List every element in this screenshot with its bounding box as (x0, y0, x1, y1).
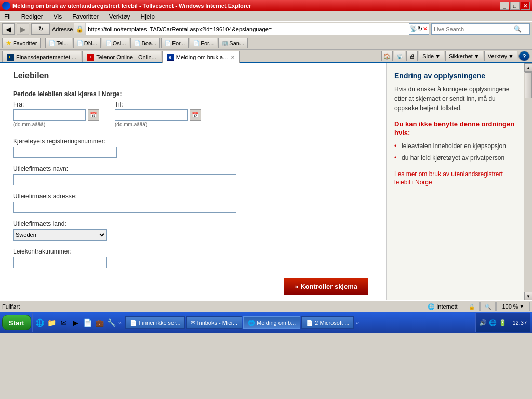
ql-mail-icon[interactable]: ✉ (59, 317, 69, 328)
fav-dn[interactable]: 📄 DN... (73, 38, 101, 48)
scrollbar[interactable]: ▲ ▼ (524, 63, 532, 300)
tab-0[interactable]: F Finansdepartementet ... (2, 51, 81, 62)
address-label-text: Adresse (52, 26, 73, 32)
fav-divider (43, 38, 43, 48)
print-button[interactable]: 🖨 (406, 51, 418, 61)
ql-folder-icon[interactable]: 📁 (47, 317, 57, 328)
taskbar: Start 🌐 📁 ✉ ▶ 📄 💼 🔧 » 📄 Finner ikke ser.… (0, 312, 532, 333)
menu-favoritter[interactable]: Favoritter (70, 12, 101, 21)
reg-input[interactable] (13, 147, 117, 158)
taskbar-btn-1[interactable]: ✉ Innboks - Micr... (186, 316, 242, 329)
tab-1[interactable]: T Telenor Online - Onlin... (82, 51, 161, 62)
tab-label-0: Finansdepartementet ... (16, 54, 76, 60)
fav-boa[interactable]: 📄 Boa... (130, 38, 160, 48)
search-button[interactable]: 🔍 (512, 25, 523, 33)
tab-close-2[interactable]: ✕ (231, 55, 235, 60)
tools-menu[interactable]: Verktøy ▼ (484, 51, 517, 61)
close-button[interactable]: ✕ (521, 2, 530, 10)
stop-icon[interactable]: ✕ (423, 25, 428, 32)
tab-label-2: Melding om bruk a... (176, 54, 228, 60)
page-menu[interactable]: Side ▼ (419, 51, 444, 61)
fav-san[interactable]: 🏢 San... (218, 38, 248, 48)
status-zoom[interactable]: 100 % ▼ (496, 302, 530, 311)
fav-label-dn: DN... (84, 40, 97, 46)
scroll-thumb[interactable] (525, 72, 532, 98)
contract-label: Leiekontraktnummer: (13, 248, 373, 255)
fav-icon-1: 📄 (77, 40, 83, 46)
fav-osl[interactable]: 📄 Osl... (102, 38, 130, 48)
favorites-button[interactable]: ★ Favoritter (2, 38, 41, 48)
back-button[interactable]: ◀ (2, 23, 15, 35)
period-group: Periode leiebilen skal kjøres i Norge: F… (13, 90, 373, 127)
ssl-lock-icon: 🔒 (74, 23, 86, 35)
contract-input[interactable] (13, 257, 107, 268)
menu-vis[interactable]: Vis (51, 12, 64, 21)
fav-label-san: San... (229, 40, 244, 46)
tab-favicon-1: T (87, 54, 94, 61)
help-button[interactable]: ? (518, 51, 530, 61)
fav-icon-5: 📄 (193, 40, 200, 46)
home-button[interactable]: 🏠 (381, 51, 393, 61)
clock[interactable]: 12:37 (509, 320, 527, 326)
scroll-track[interactable] (524, 72, 532, 292)
tray-icon-1: 🌐 (489, 319, 497, 326)
reg-group: Kjøretøyets registreringsnummer: (13, 138, 373, 158)
content-area: Leiebilen Periode leiebilen skal kjøres … (0, 63, 386, 300)
tab-2[interactable]: e Melding om bruk a... ✕ (162, 51, 240, 63)
from-label: Fra: (13, 101, 99, 108)
from-date-input[interactable] (13, 109, 86, 121)
menu-rediger[interactable]: Rediger (19, 12, 45, 21)
search-input[interactable] (432, 25, 512, 33)
ql-ie-icon[interactable]: 🌐 (35, 317, 45, 328)
reg-label: Kjøretøyets registreringsnummer: (13, 138, 373, 145)
start-button[interactable]: Start (2, 315, 31, 330)
maximize-button[interactable]: □ (510, 2, 520, 10)
sidebar-list-item-0: leieavtalen inneholder en kjøpsopsjon (394, 142, 516, 151)
submit-button[interactable]: » Kontroller skjema (284, 278, 368, 295)
scroll-down-button[interactable]: ▼ (524, 292, 532, 300)
address-input-field[interactable] (13, 202, 236, 213)
status-bar: Fullført 🌐 Internett 🔒 🔍 100 % ▼ (0, 300, 532, 312)
tab-bar-controls: 🏠 📡 🖨 Side ▼ Sikkerhet ▼ Verktøy ▼ ? (381, 51, 530, 62)
sidebar-link[interactable]: Les mer om bruk av utenlandsregistrert l… (394, 170, 516, 188)
from-calendar-button[interactable]: 📅 (88, 109, 99, 121)
security-menu[interactable]: Sikkerhet ▼ (445, 51, 483, 61)
address-group: Utleiefirmaets adresse: (13, 193, 373, 213)
forward-button[interactable]: ▶ (17, 23, 29, 35)
ql-extra-icon[interactable]: 📄 (83, 317, 93, 328)
address-input[interactable] (86, 23, 409, 35)
refresh-button[interactable]: ↻ (31, 23, 50, 35)
to-date-input[interactable] (115, 109, 188, 121)
to-calendar-button[interactable]: 📅 (190, 109, 201, 121)
fav-for2[interactable]: 📄 For... (190, 38, 217, 48)
ql-media-icon[interactable]: ▶ (71, 317, 81, 328)
taskbar-icon-2: 🌐 (248, 320, 255, 326)
taskbar-btn-2[interactable]: 🌐 Melding om b... (243, 316, 300, 329)
menu-verktoy[interactable]: Verktøy (107, 12, 132, 21)
minimize-button[interactable]: _ (500, 2, 509, 10)
taskbar-icon-1: ✉ (191, 320, 195, 326)
status-zoom-icon-area[interactable]: 🔍 (480, 302, 496, 311)
rss-button[interactable]: 📡 (394, 51, 405, 61)
title-bar-buttons[interactable]: _ □ ✕ (500, 2, 530, 10)
refresh-small-icon[interactable]: ↻ (418, 25, 422, 32)
ql-extra2-icon[interactable]: 💼 (95, 317, 105, 328)
country-select[interactable]: Sweden Norway Denmark Finland Germany Ot… (13, 229, 107, 241)
menu-bar: Fil Rediger Vis Favoritter Verktøy Hjelp (0, 11, 532, 22)
company-input[interactable] (13, 174, 236, 185)
taskbar-btn-0[interactable]: 📄 Finner ikke ser... (125, 316, 185, 329)
tab-bar: F Finansdepartementet ... T Telenor Onli… (0, 50, 532, 63)
menu-hjelp[interactable]: Hjelp (139, 12, 157, 21)
taskbar-overflow-button[interactable]: « (355, 320, 360, 326)
ql-extra3-icon[interactable]: 🔧 (107, 317, 117, 328)
status-lock-icon: 🔒 (469, 304, 475, 310)
taskbar-btn-3[interactable]: 📄 2 Microsoft ... (301, 316, 354, 329)
fav-for1[interactable]: 📄 For... (161, 38, 189, 48)
tools-label: Verktøy (488, 53, 507, 59)
menu-fil[interactable]: Fil (2, 12, 13, 21)
fav-tel[interactable]: 📄 Tel... (45, 38, 72, 48)
search-box[interactable]: 🔍 (431, 23, 530, 35)
ql-arrow[interactable]: » (118, 320, 122, 326)
tab-favicon-0: F (7, 54, 14, 61)
scroll-up-button[interactable]: ▲ (524, 63, 532, 72)
